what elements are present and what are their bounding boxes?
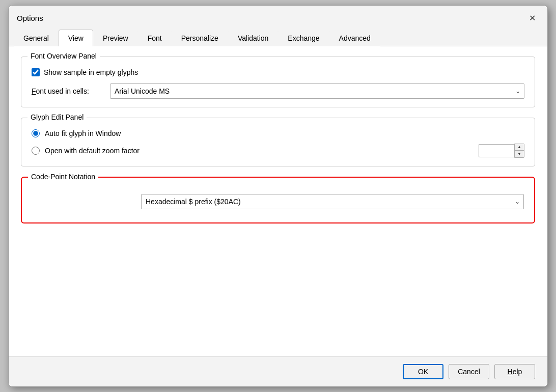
tab-preview[interactable]: Preview xyxy=(93,30,138,46)
glyph-edit-content: Auto fit glyph in Window Open with defau… xyxy=(32,129,524,158)
tab-view[interactable]: View xyxy=(59,30,93,46)
tab-bar: General View Preview Font Personalize Va… xyxy=(9,29,547,46)
tab-personalize[interactable]: Personalize xyxy=(172,30,228,46)
font-dropdown-wrapper: Arial Unicode MS Arial Times New Roman C… xyxy=(110,83,524,99)
spinbox-up-button[interactable]: ▲ xyxy=(515,144,524,151)
font-overview-content: Show sample in empty glyphs Font used in… xyxy=(32,68,524,99)
glyph-edit-panel: Glyph Edit Panel Auto fit glyph in Windo… xyxy=(21,118,535,166)
radio-auto-label[interactable]: Auto fit glyph in Window xyxy=(45,129,121,137)
zoom-input[interactable]: 10.00 xyxy=(479,144,514,157)
code-point-legend: Code-Point Notation xyxy=(28,173,98,181)
close-button[interactable]: ✕ xyxy=(525,11,539,25)
radio-default-label[interactable]: Open with default zoom factor xyxy=(45,147,140,155)
font-overview-legend: Font Overview Panel xyxy=(27,52,100,60)
radio-default-zoom[interactable] xyxy=(32,147,40,155)
bottom-bar: OK Cancel Help xyxy=(9,356,547,386)
tab-exchange[interactable]: Exchange xyxy=(278,30,329,46)
code-point-notation-panel: Code-Point Notation Hexadecimal $ prefix… xyxy=(21,177,535,223)
notation-dropdown-row: Hexadecimal $ prefix ($20AC) Hexadecimal… xyxy=(32,189,524,214)
font-overview-panel: Font Overview Panel Show sample in empty… xyxy=(21,57,535,107)
font-used-row: Font used in cells: Arial Unicode MS Ari… xyxy=(32,83,524,99)
tab-font[interactable]: Font xyxy=(138,30,172,46)
show-sample-row: Show sample in empty glyphs xyxy=(32,68,524,76)
show-sample-checkbox[interactable] xyxy=(32,68,40,76)
notation-dropdown-wrapper: Hexadecimal $ prefix ($20AC) Hexadecimal… xyxy=(141,194,524,209)
content-spacer xyxy=(21,234,535,346)
show-sample-label[interactable]: Show sample in empty glyphs xyxy=(44,68,138,76)
spinbox-buttons: ▲ ▼ xyxy=(514,144,524,158)
options-dialog: Options ✕ General View Preview Font Pers… xyxy=(8,5,548,387)
code-point-content: Hexadecimal $ prefix ($20AC) Hexadecimal… xyxy=(32,189,524,214)
zoom-spinbox: 10.00 ▲ ▼ xyxy=(479,144,524,158)
cancel-button[interactable]: Cancel xyxy=(449,364,489,379)
ok-button[interactable]: OK xyxy=(403,364,443,379)
help-button[interactable]: Help xyxy=(494,364,535,379)
radio-auto-fit[interactable] xyxy=(32,129,40,137)
tab-general[interactable]: General xyxy=(14,30,59,46)
glyph-edit-legend: Glyph Edit Panel xyxy=(27,113,87,121)
tab-validation[interactable]: Validation xyxy=(228,30,278,46)
notation-dropdown[interactable]: Hexadecimal $ prefix ($20AC) Hexadecimal… xyxy=(141,194,524,209)
tab-advanced[interactable]: Advanced xyxy=(329,30,380,46)
title-bar: Options ✕ xyxy=(9,6,547,29)
radio-default-zoom-row: Open with default zoom factor 10.00 ▲ ▼ xyxy=(32,144,524,158)
dialog-title: Options xyxy=(17,14,43,22)
spinbox-down-button[interactable]: ▼ xyxy=(515,151,524,157)
font-used-label: Font used in cells: xyxy=(32,87,103,95)
content-area: Font Overview Panel Show sample in empty… xyxy=(9,46,547,356)
radio-default-row: Open with default zoom factor xyxy=(32,147,140,155)
radio-auto-row: Auto fit glyph in Window xyxy=(32,129,524,137)
font-dropdown[interactable]: Arial Unicode MS Arial Times New Roman C… xyxy=(110,83,524,99)
